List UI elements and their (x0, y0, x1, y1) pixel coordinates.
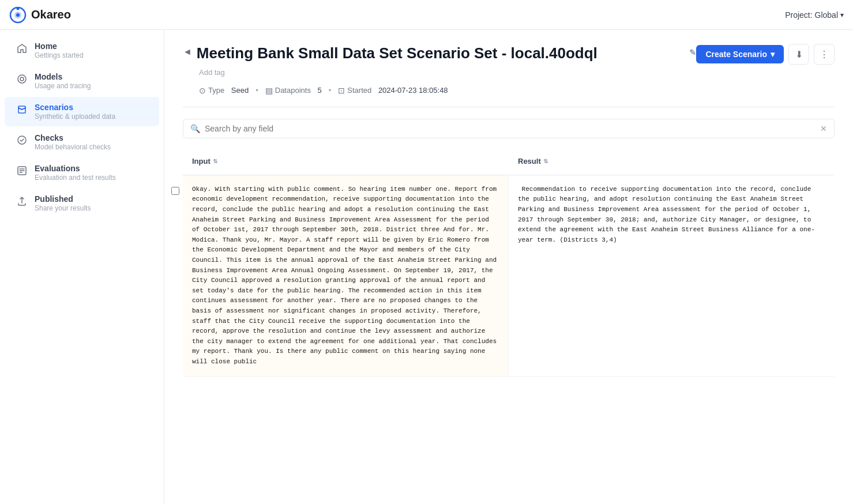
type-value: Seed (231, 86, 249, 95)
sidebar-item-checks[interactable]: Checks Model behavioral checks (5, 127, 159, 157)
datapoints-icon: ▤ (265, 86, 273, 95)
cell-input-0: Okay. With starting with public comment.… (183, 175, 509, 377)
okareo-logo-icon (9, 6, 27, 24)
datapoints-value: 5 (318, 86, 322, 95)
header-actions: Create Scenario ▾ ⬇ ⋮ (696, 44, 835, 65)
divider (183, 107, 835, 107)
sidebar-item-models[interactable]: Models Usage and tracing (5, 66, 159, 96)
sidebar-evaluations-label: Evaluations (35, 164, 148, 173)
sidebar-home-label: Home (35, 42, 148, 51)
add-tag-button[interactable]: Add tag (199, 68, 696, 77)
evaluations-icon (16, 165, 28, 176)
published-icon (16, 195, 28, 207)
input-text-0: Okay. With starting with public comment.… (192, 185, 499, 367)
sidebar-item-scenarios[interactable]: Scenarios Synthetic & uploaded data (5, 97, 159, 126)
meta-datapoints: ▤ Datapoints 5 (265, 86, 322, 95)
main-layout: Home Gettings started Models Usage and t… (0, 30, 853, 504)
svg-point-2 (16, 13, 20, 17)
meta-row: ⊙ Type Seed • ▤ Datapoints 5 • ⊡ Started… (199, 86, 835, 95)
sort-icon-input: ⇅ (213, 158, 217, 164)
chevron-down-icon: ▾ (840, 11, 844, 19)
back-button[interactable]: ◄ (183, 46, 192, 58)
sidebar-home-sublabel: Gettings started (35, 51, 148, 59)
datapoints-label: Datapoints (275, 86, 311, 95)
sidebar-checks-label: Checks (35, 133, 148, 142)
create-scenario-button[interactable]: Create Scenario ▾ (696, 45, 784, 63)
col-header-result[interactable]: Result ⇅ (509, 152, 835, 170)
topbar: Okareo Project: Global ▾ (0, 0, 853, 30)
sidebar-scenarios-sublabel: Synthetic & uploaded data (35, 112, 148, 121)
type-label: Type (208, 86, 224, 95)
started-value: 2024-07-23 18:05:48 (378, 86, 448, 95)
page-title: ◄ Meeting Bank Small Data Set Scenario S… (183, 44, 696, 63)
row-checkbox-0[interactable] (171, 187, 179, 195)
sidebar-item-evaluations[interactable]: Evaluations Evaluation and test results (5, 158, 159, 187)
project-selector[interactable]: Project: Global ▾ (785, 10, 844, 20)
sidebar-models-label: Models (35, 72, 148, 81)
more-options-button[interactable]: ⋮ (814, 44, 835, 65)
sidebar-published-label: Published (35, 194, 148, 204)
logo-text: Okareo (31, 8, 71, 21)
download-button[interactable]: ⬇ (788, 44, 809, 65)
page-title-text: Meeting Bank Small Data Set Scenario Set… (197, 44, 685, 63)
started-icon: ⊡ (338, 86, 345, 95)
sidebar-evaluations-sublabel: Evaluation and test results (35, 174, 148, 182)
sidebar-published-sublabel: Share your results (35, 204, 148, 212)
search-input[interactable] (205, 124, 820, 133)
sidebar-models-sublabel: Usage and tracing (35, 82, 148, 90)
logo-area: Okareo (9, 6, 71, 24)
started-label: Started (347, 86, 371, 95)
result-text-0: Recommendation to receive supporting doc… (518, 185, 825, 246)
scenarios-icon (16, 104, 28, 115)
svg-point-3 (17, 7, 20, 10)
col-header-input[interactable]: Input ⇅ (183, 152, 509, 170)
cell-result-0: Recommendation to receive supporting doc… (509, 175, 835, 377)
data-table: Input ⇅ Result ⇅ Okay. With starting wit… (183, 152, 835, 377)
table-row: Okay. With starting with public comment.… (183, 175, 835, 377)
svg-point-5 (20, 77, 24, 81)
content-area: ◄ Meeting Bank Small Data Set Scenario S… (164, 30, 853, 504)
type-icon: ⊙ (199, 86, 206, 95)
page-header: ◄ Meeting Bank Small Data Set Scenario S… (183, 44, 835, 77)
checks-icon (16, 134, 28, 146)
edit-icon[interactable]: ✎ (689, 47, 696, 58)
dot-separator-1: • (255, 86, 258, 95)
table-header: Input ⇅ Result ⇅ (183, 152, 835, 175)
sidebar-item-home[interactable]: Home Gettings started (5, 36, 159, 65)
meta-type: ⊙ Type Seed (199, 86, 249, 95)
search-clear-icon[interactable]: ✕ (820, 124, 827, 133)
models-icon (16, 73, 28, 85)
search-icon: 🔍 (190, 124, 200, 133)
search-bar: 🔍 ✕ (183, 119, 835, 138)
sidebar-checks-sublabel: Model behavioral checks (35, 143, 148, 151)
dropdown-arrow-icon: ▾ (771, 50, 775, 59)
sort-icon-result: ⇅ (543, 158, 548, 164)
meta-started: ⊡ Started 2024-07-23 18:05:48 (338, 86, 448, 95)
home-icon (16, 43, 28, 54)
sidebar: Home Gettings started Models Usage and t… (0, 30, 164, 504)
svg-point-4 (18, 75, 26, 83)
sidebar-scenarios-label: Scenarios (35, 103, 148, 112)
sidebar-item-published[interactable]: Published Share your results (5, 189, 159, 218)
project-label: Project: Global (785, 10, 838, 20)
dot-separator-2: • (329, 86, 332, 95)
